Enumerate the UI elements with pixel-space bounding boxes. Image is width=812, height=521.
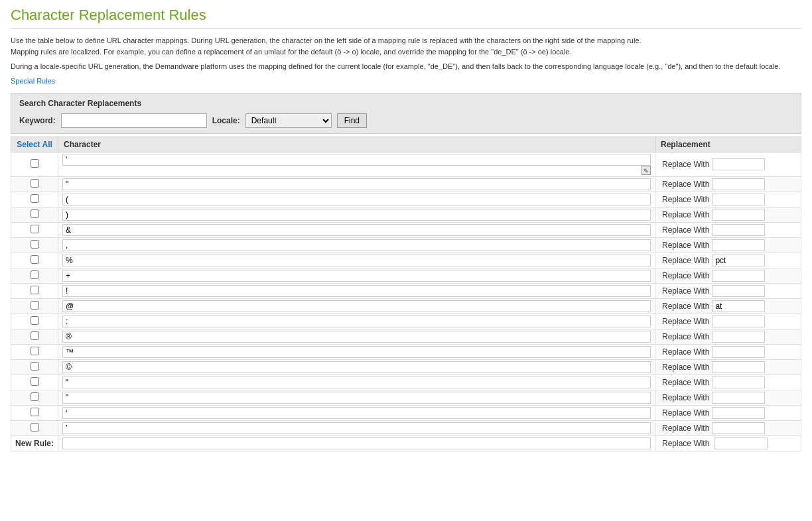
- replace-input[interactable]: [712, 361, 765, 373]
- char-input[interactable]: [62, 178, 651, 190]
- replacement-cell: Replace With: [655, 329, 801, 344]
- char-cell: [58, 222, 655, 237]
- replace-input[interactable]: [712, 255, 765, 266]
- replace-input[interactable]: [712, 209, 765, 221]
- new-rule-label-cell: New Rule:: [11, 435, 58, 451]
- row-checkbox-cell: [11, 268, 58, 283]
- char-cell: [58, 314, 655, 329]
- char-input[interactable]: [62, 316, 651, 327]
- replace-input[interactable]: [712, 158, 765, 170]
- char-input[interactable]: [62, 376, 651, 388]
- replace-with-label: Replace With: [659, 376, 712, 388]
- char-input[interactable]: [62, 422, 651, 434]
- row-checkbox[interactable]: [31, 225, 39, 233]
- row-checkbox[interactable]: [31, 347, 39, 355]
- locale-label: Locale:: [212, 116, 240, 125]
- replace-input[interactable]: [712, 194, 765, 205]
- desc-line3-wrapper: During a locale-specific URL generation,…: [11, 61, 801, 72]
- replace-input[interactable]: [712, 331, 765, 343]
- char-input[interactable]: [62, 154, 651, 166]
- char-input[interactable]: [62, 392, 651, 404]
- replace-input[interactable]: [712, 178, 765, 190]
- replace-input[interactable]: [712, 407, 765, 419]
- locale-select[interactable]: Defaultdede_DEfrfr_FRenen_US: [245, 113, 332, 128]
- char-input[interactable]: [62, 209, 651, 221]
- char-input[interactable]: [62, 285, 651, 297]
- char-input[interactable]: [62, 255, 651, 266]
- row-checkbox[interactable]: [31, 255, 39, 264]
- row-checkbox-cell: [11, 283, 58, 298]
- row-checkbox-cell: [11, 359, 58, 375]
- keyword-input[interactable]: [61, 113, 207, 128]
- desc-line3: During a locale-specific URL generation,…: [11, 61, 801, 72]
- char-input[interactable]: [62, 224, 651, 236]
- table-row: Replace With: [11, 375, 801, 390]
- row-checkbox[interactable]: [31, 286, 39, 294]
- char-cell: [58, 283, 655, 298]
- table-row: Replace With: [11, 253, 801, 268]
- row-checkbox-cell: [11, 314, 58, 329]
- row-checkbox[interactable]: [31, 331, 39, 340]
- char-input[interactable]: [62, 270, 651, 282]
- replace-input[interactable]: [712, 285, 765, 297]
- row-checkbox[interactable]: [31, 392, 39, 401]
- char-input[interactable]: [62, 346, 651, 358]
- replace-input[interactable]: [712, 392, 765, 404]
- row-checkbox[interactable]: [31, 270, 39, 279]
- replace-input[interactable]: [712, 239, 765, 251]
- replacement-cell: Replace With: [655, 344, 801, 359]
- row-checkbox-cell: [11, 375, 58, 390]
- row-checkbox[interactable]: [31, 179, 39, 188]
- replacement-cell: Replace With: [655, 207, 801, 222]
- search-section-title: Search Character Replacements: [19, 99, 793, 108]
- char-input[interactable]: [62, 331, 651, 343]
- replace-with-label: Replace With: [659, 300, 712, 312]
- row-checkbox[interactable]: [31, 316, 39, 325]
- new-rule-replace-input[interactable]: [714, 437, 768, 449]
- char-input[interactable]: [62, 300, 651, 312]
- replacement-cell: Replace With: [655, 375, 801, 390]
- char-cell: [58, 329, 655, 344]
- description: Use the table below to define URL charac…: [11, 35, 801, 57]
- row-checkbox-cell: [11, 420, 58, 435]
- row-checkbox-cell: [11, 152, 58, 176]
- row-checkbox[interactable]: [31, 377, 39, 386]
- replace-input[interactable]: [712, 346, 765, 358]
- row-checkbox-cell: [11, 192, 58, 207]
- replace-input[interactable]: [712, 270, 765, 282]
- replacement-cell: Replace With: [655, 405, 801, 420]
- select-all-link[interactable]: Select All: [17, 140, 52, 149]
- char-input[interactable]: [62, 194, 651, 205]
- find-button[interactable]: Find: [337, 113, 367, 128]
- replacement-column-header: Replacement: [655, 137, 801, 152]
- replacement-cell: Replace With: [655, 390, 801, 405]
- row-checkbox[interactable]: [31, 301, 39, 310]
- replace-with-label: Replace With: [659, 270, 712, 282]
- search-section: Search Character Replacements Keyword: L…: [11, 93, 801, 134]
- row-checkbox[interactable]: [31, 240, 39, 249]
- new-rule-char-input[interactable]: [62, 437, 651, 449]
- replace-input[interactable]: [712, 224, 765, 236]
- row-checkbox[interactable]: [31, 194, 39, 203]
- row-checkbox[interactable]: [31, 362, 39, 371]
- row-checkbox[interactable]: [31, 159, 39, 168]
- replace-input[interactable]: [712, 300, 765, 312]
- char-input[interactable]: [62, 361, 651, 373]
- char-cell: [58, 298, 655, 314]
- char-input[interactable]: [62, 407, 651, 419]
- row-checkbox[interactable]: [31, 209, 39, 218]
- row-checkbox-cell: [11, 405, 58, 420]
- replace-with-label: Replace With: [659, 239, 712, 251]
- replace-with-label: Replace With: [659, 194, 712, 205]
- row-checkbox[interactable]: [31, 423, 39, 432]
- replace-input[interactable]: [712, 376, 765, 388]
- edit-icon[interactable]: ✎: [642, 166, 651, 175]
- replace-input[interactable]: [712, 422, 765, 434]
- replace-input[interactable]: [712, 316, 765, 327]
- char-cell: [58, 253, 655, 268]
- row-checkbox-cell: [11, 237, 58, 253]
- char-input[interactable]: [62, 239, 651, 251]
- row-checkbox[interactable]: [31, 408, 39, 416]
- table-row: Replace With: [11, 344, 801, 359]
- special-rules-link[interactable]: Special Rules: [11, 77, 55, 85]
